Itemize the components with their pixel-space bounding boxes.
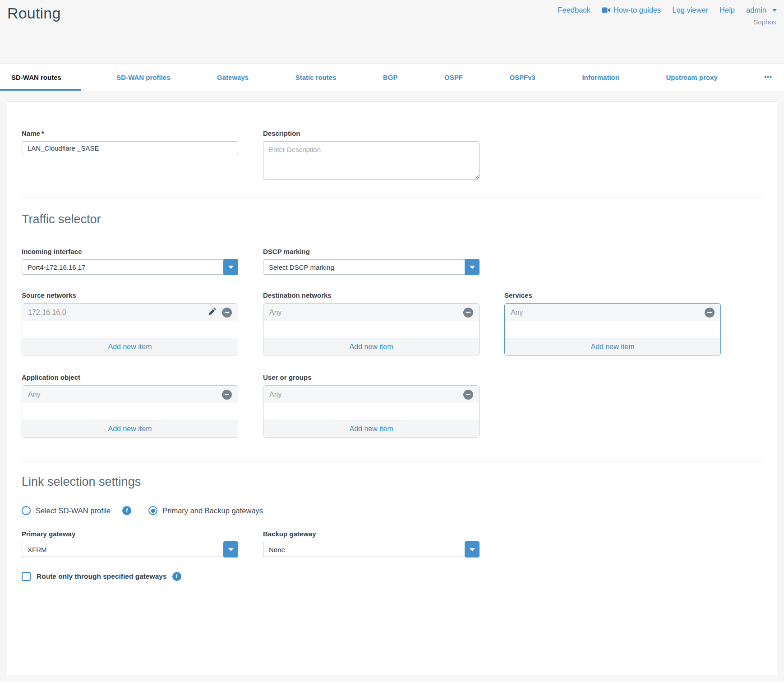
application-object-group: Application object Any Add new item <box>22 373 238 438</box>
page-title: Routing <box>7 5 61 22</box>
brand-label: Sophos <box>753 18 776 26</box>
feedback-link[interactable]: Feedback <box>558 6 590 14</box>
dropdown-button[interactable] <box>465 541 480 558</box>
user-or-groups-label: User or groups <box>263 373 480 381</box>
add-new-item-button[interactable]: Add new item <box>263 420 479 437</box>
services-box: Any Add new item <box>504 303 721 355</box>
add-new-item-button[interactable]: Add new item <box>22 338 238 355</box>
gateway-row: Primary gateway XFRM Backup gateway None <box>22 530 762 557</box>
tab-gateways[interactable]: Gateways <box>206 64 259 91</box>
list-item: Any <box>263 386 479 403</box>
chevron-down-icon <box>470 548 475 551</box>
radio-label: Primary and Backup gateways <box>162 507 263 515</box>
route-only-label: Route only through specified gateways <box>37 572 167 581</box>
route-only-row: Route only through specified gateways i <box>22 572 762 581</box>
help-link[interactable]: Help <box>719 6 735 14</box>
dropdown-button[interactable] <box>223 541 238 558</box>
remove-item-icon[interactable] <box>463 390 473 400</box>
dscp-marking-value: Select DSCP marking <box>263 263 465 271</box>
tab-upstream-proxy[interactable]: Upstream proxy <box>655 64 728 91</box>
description-textarea[interactable] <box>263 141 480 180</box>
section-divider <box>22 198 762 198</box>
radio-unchecked-icon[interactable] <box>22 506 31 515</box>
general-section: Name* Description <box>22 129 762 181</box>
howto-guides-link[interactable]: How-to guides <box>602 6 661 14</box>
info-icon[interactable]: i <box>122 506 131 515</box>
primary-gateway-value: XFRM <box>22 546 223 553</box>
edit-pencil-icon[interactable] <box>208 308 217 317</box>
incoming-interface-label: Incoming interface <box>22 248 238 255</box>
add-new-item-button[interactable]: Add new item <box>263 338 479 355</box>
chevron-down-icon <box>772 9 777 12</box>
remove-item-icon[interactable] <box>222 308 232 318</box>
services-label: Services <box>504 291 721 299</box>
info-icon[interactable]: i <box>172 572 181 581</box>
list-item-label: 172.16.16.0 <box>28 309 208 317</box>
incoming-interface-select[interactable]: Port4-172.16.16.17 <box>22 259 238 275</box>
remove-item-icon[interactable] <box>222 390 232 400</box>
tab-static-routes[interactable]: Static routes <box>285 64 347 91</box>
list-item-label: Any <box>269 309 463 317</box>
primary-gateway-select[interactable]: XFRM <box>22 542 238 557</box>
item-box-spacer <box>263 321 479 338</box>
list-item-label: Any <box>511 309 705 317</box>
radio-select-sdwan-profile[interactable]: Select SD-WAN profile <box>22 506 111 515</box>
link-selection-radios: Select SD-WAN profile i Primary and Back… <box>22 506 762 515</box>
incoming-interface-group: Incoming interface Port4-172.16.16.17 <box>22 248 238 275</box>
link-selection-heading: Link selection settings <box>22 475 762 489</box>
dropdown-button[interactable] <box>465 259 480 275</box>
chevron-down-icon <box>470 266 475 269</box>
application-object-box: Any Add new item <box>22 385 238 438</box>
radio-primary-backup-gateways[interactable]: Primary and Backup gateways <box>148 506 263 515</box>
description-field-group: Description <box>263 129 480 181</box>
radio-checked-icon[interactable] <box>148 506 157 515</box>
tab-overflow-menu[interactable]: ••• <box>753 64 772 91</box>
destination-networks-box: Any Add new item <box>263 303 480 355</box>
list-item: Any <box>505 304 720 321</box>
chevron-down-icon <box>228 548 234 551</box>
incoming-interface-value: Port4-172.16.16.17 <box>22 263 223 271</box>
item-box-spacer <box>263 403 479 420</box>
tab-ospf[interactable]: OSPF <box>434 64 474 91</box>
tab-bgp[interactable]: BGP <box>372 64 409 91</box>
log-viewer-link[interactable]: Log viewer <box>672 6 708 14</box>
route-form-card: Name* Description Traffic selector Incom… <box>7 101 777 675</box>
description-label: Description <box>263 129 480 137</box>
required-marker: * <box>42 129 44 137</box>
section-divider <box>22 461 762 461</box>
destination-networks-group: Destination networks Any Add new item <box>263 291 480 355</box>
tab-sdwan-profiles[interactable]: SD-WAN profiles <box>106 64 181 91</box>
application-object-label: Application object <box>22 373 238 381</box>
dscp-marking-select[interactable]: Select DSCP marking <box>263 259 480 275</box>
name-input[interactable] <box>22 141 238 155</box>
chevron-down-icon <box>228 266 234 269</box>
tab-sdwan-routes[interactable]: SD-WAN routes <box>0 64 81 91</box>
item-box-spacer <box>22 403 238 420</box>
user-or-groups-box: Any Add new item <box>263 385 480 438</box>
backup-gateway-group: Backup gateway None <box>263 530 480 557</box>
destination-networks-label: Destination networks <box>263 291 480 299</box>
interface-row: Incoming interface Port4-172.16.16.17 DS… <box>22 248 762 275</box>
admin-menu[interactable]: admin <box>746 6 777 14</box>
user-or-groups-group: User or groups Any Add new item <box>263 373 480 438</box>
remove-item-icon[interactable] <box>463 308 473 318</box>
route-only-checkbox[interactable] <box>22 572 31 581</box>
radio-label: Select SD-WAN profile <box>36 507 111 515</box>
remove-item-icon[interactable] <box>705 308 715 318</box>
source-networks-label: Source networks <box>22 291 238 299</box>
list-item: Any <box>263 304 479 321</box>
add-new-item-button[interactable]: Add new item <box>22 420 238 437</box>
backup-gateway-select[interactable]: None <box>263 542 480 557</box>
list-item: Any <box>22 386 238 403</box>
tab-ospfv3[interactable]: OSPFv3 <box>498 64 546 91</box>
item-box-spacer <box>505 321 720 338</box>
source-networks-group: Source networks 172.16.16.0 Add new item <box>22 291 238 355</box>
dscp-marking-group: DSCP marking Select DSCP marking <box>263 248 480 275</box>
item-box-spacer <box>22 321 238 338</box>
source-networks-box: 172.16.16.0 Add new item <box>22 303 238 355</box>
backup-gateway-label: Backup gateway <box>263 530 480 538</box>
dropdown-button[interactable] <box>223 259 238 275</box>
list-item: 172.16.16.0 <box>22 304 238 321</box>
tab-information[interactable]: Information <box>571 64 630 91</box>
add-new-item-button[interactable]: Add new item <box>505 338 720 355</box>
